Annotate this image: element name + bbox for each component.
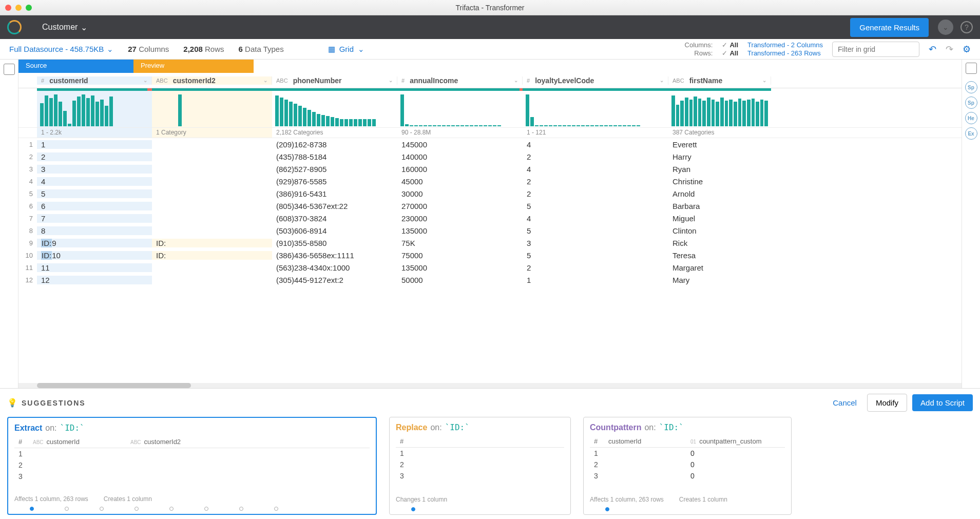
minimize-window-icon[interactable]	[15, 5, 22, 11]
cell[interactable]: ID:	[152, 239, 272, 247]
column-header-customerId[interactable]: #customerId⌄	[37, 76, 152, 85]
table-row[interactable]: 1212(305)445-9127ext:2500001Mary	[18, 274, 962, 286]
cell[interactable]: 4	[37, 177, 152, 186]
histogram[interactable]	[523, 91, 668, 127]
trifacta-logo-icon[interactable]	[7, 20, 22, 34]
dot-icon[interactable]	[239, 507, 243, 511]
cell[interactable]: Everett	[668, 140, 771, 149]
cell[interactable]: (386)436-5658ex:1111	[272, 251, 397, 260]
cancel-button[interactable]: Cancel	[828, 395, 862, 410]
badge-he-icon[interactable]: He	[965, 112, 977, 124]
column-header-annualIncome[interactable]: #annualIncome⌄	[397, 76, 523, 85]
histogram[interactable]	[272, 91, 397, 127]
cell[interactable]: 135000	[397, 263, 523, 272]
cell[interactable]: (862)527-8905	[272, 165, 397, 174]
cell[interactable]: 30000	[397, 189, 523, 198]
help-icon[interactable]: ?	[960, 21, 973, 33]
cell[interactable]: 135000	[397, 226, 523, 235]
dot-icon[interactable]	[65, 507, 69, 511]
dot-icon[interactable]	[605, 507, 609, 511]
pagination-dots[interactable]	[396, 507, 564, 511]
cell[interactable]: 5	[523, 226, 668, 235]
redo-icon[interactable]: ↷	[946, 44, 953, 55]
add-to-script-button[interactable]: Add to Script	[912, 394, 973, 411]
histogram[interactable]	[668, 91, 771, 127]
cell[interactable]: 4	[523, 214, 668, 223]
modify-button[interactable]: Modify	[867, 394, 907, 412]
pagination-dots[interactable]	[14, 507, 370, 511]
user-avatar-icon[interactable]: ⌄	[938, 20, 953, 35]
fullscreen-window-icon[interactable]	[26, 5, 32, 11]
cell[interactable]: ID:9	[37, 239, 152, 247]
cell[interactable]: Christine	[668, 177, 771, 186]
table-row[interactable]: 10ID:10ID:(386)436-5658ex:1111750005Tere…	[18, 249, 962, 261]
grid-view-toggle[interactable]: ▦ Grid ⌄	[328, 45, 364, 54]
panel-toggle-icon[interactable]	[4, 64, 15, 75]
cell[interactable]: ID:	[152, 251, 272, 260]
dot-icon[interactable]	[169, 507, 174, 511]
cell[interactable]: 6	[37, 202, 152, 210]
cell[interactable]: Harry	[668, 152, 771, 161]
cell[interactable]: 1	[523, 276, 668, 284]
cell[interactable]: Ryan	[668, 165, 771, 174]
steps-panel-icon[interactable]	[966, 63, 977, 74]
column-header-customerId2[interactable]: ABCcustomerId2⌄	[152, 76, 272, 85]
tab-preview[interactable]: Preview	[133, 60, 254, 73]
table-row[interactable]: 9ID:9ID:(910)355-858075K3Rick	[18, 237, 962, 249]
cell[interactable]: 160000	[397, 165, 523, 174]
undo-icon[interactable]: ↶	[929, 44, 936, 55]
cell[interactable]: Margaret	[668, 263, 771, 272]
tab-source[interactable]: Source	[18, 60, 133, 73]
cell[interactable]: (209)162-8738	[272, 140, 397, 149]
dot-icon[interactable]	[30, 507, 34, 511]
column-header-firstName[interactable]: ABCfirstName⌄	[668, 76, 771, 85]
cell[interactable]: 75K	[397, 239, 523, 247]
histogram[interactable]	[37, 91, 152, 127]
cell[interactable]: 4	[523, 140, 668, 149]
cell[interactable]: 3	[37, 165, 152, 174]
transform-summary[interactable]: Transformed - 2 Columns Transformed - 26…	[747, 41, 823, 57]
dot-icon[interactable]	[100, 507, 104, 511]
cell[interactable]: 2	[523, 189, 668, 198]
cell[interactable]: 2	[523, 152, 668, 161]
histogram[interactable]	[152, 91, 272, 127]
cell[interactable]: Teresa	[668, 251, 771, 260]
cell[interactable]: 5	[523, 251, 668, 260]
cell[interactable]: 1	[37, 140, 152, 149]
horizontal-scrollbar[interactable]	[18, 383, 962, 388]
cell[interactable]: (563)238-4340x:1000	[272, 263, 397, 272]
dot-icon[interactable]	[134, 507, 139, 511]
cell[interactable]: (305)445-9127ext:2	[272, 276, 397, 284]
pagination-dots[interactable]	[590, 507, 785, 511]
table-row[interactable]: 88(503)606-89141350005Clinton	[18, 224, 962, 237]
suggestion-card-extract[interactable]: Extracton:`ID:`#ABCcustomerIdABCcustomer…	[7, 417, 377, 515]
column-header-phoneNumber[interactable]: ABCphoneNumber⌄	[272, 76, 397, 85]
cell[interactable]: (386)916-5431	[272, 189, 397, 198]
cell[interactable]: 12	[37, 276, 152, 284]
cell[interactable]: Rick	[668, 239, 771, 247]
cell[interactable]: (805)346-5367ext:22	[272, 202, 397, 210]
cell[interactable]: Arnold	[668, 189, 771, 198]
cell[interactable]: 7	[37, 214, 152, 223]
cell[interactable]: 5	[523, 202, 668, 210]
dataset-selector[interactable]: Customer ⌄	[42, 23, 87, 32]
settings-sliders-icon[interactable]: ⚙	[963, 44, 971, 55]
grid-filter-input[interactable]	[832, 42, 919, 57]
table-row[interactable]: 55(386)916-5431300002Arnold	[18, 187, 962, 200]
histogram[interactable]	[397, 91, 523, 127]
suggestion-card-countpattern[interactable]: Countpatternon:`ID:`#customerId01countpa…	[583, 417, 792, 515]
cell[interactable]: Miguel	[668, 214, 771, 223]
cell[interactable]: (435)788-5184	[272, 152, 397, 161]
badge-sp2-icon[interactable]: Sp	[965, 97, 977, 109]
badge-sp-icon[interactable]: Sp	[965, 81, 977, 93]
table-row[interactable]: 44(929)876-5585450002Christine	[18, 175, 962, 187]
cell[interactable]: 270000	[397, 202, 523, 210]
cell[interactable]: 2	[523, 177, 668, 186]
cell[interactable]: 50000	[397, 276, 523, 284]
dot-icon[interactable]	[274, 507, 278, 511]
cell[interactable]: (608)370-3824	[272, 214, 397, 223]
cell[interactable]: 3	[523, 239, 668, 247]
cell[interactable]: 5	[37, 189, 152, 198]
cell[interactable]: Mary	[668, 276, 771, 284]
cell[interactable]: 2	[37, 152, 152, 161]
